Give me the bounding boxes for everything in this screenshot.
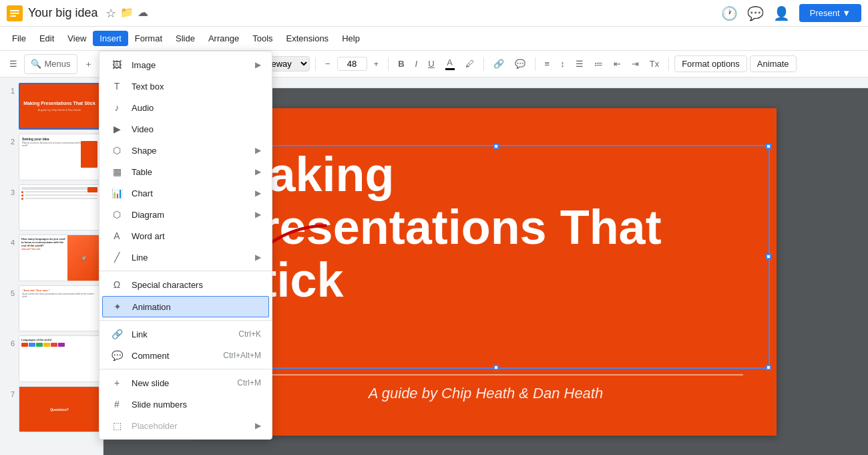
- menu-item-image[interactable]: 🖼 Image ▶: [99, 54, 272, 75]
- italic-button[interactable]: I: [411, 54, 422, 74]
- toolbar-search[interactable]: 🔍 Menus: [24, 54, 77, 74]
- menu-item-audio[interactable]: ♪ Audio: [99, 97, 272, 118]
- slide-thumb-2[interactable]: 2 Setting your idea Platform connect to …: [3, 134, 100, 180]
- menu-item-table[interactable]: ▦ Table ▶: [99, 161, 272, 182]
- align-button[interactable]: ≡: [541, 54, 554, 74]
- menu-file[interactable]: File: [5, 31, 33, 46]
- font-decrease[interactable]: −: [321, 54, 335, 74]
- menu-arrange[interactable]: Arrange: [202, 31, 246, 46]
- menu-item-comment[interactable]: 💬 Comment Ctrl+Alt+M: [99, 345, 272, 366]
- slide-thumb-7[interactable]: 7 Questions?: [3, 386, 100, 433]
- menu-edit[interactable]: Edit: [33, 31, 61, 46]
- menu-item-new-slide[interactable]: + New slide Ctrl+M: [99, 372, 272, 394]
- slide-number-6: 6: [3, 339, 15, 347]
- menu-divider-1: [99, 271, 272, 271]
- slide-thumb-4[interactable]: 4 How many languages do you need to know…: [3, 235, 100, 281]
- bullet-list-button[interactable]: ☰: [572, 54, 588, 74]
- link-button[interactable]: 🔗: [489, 54, 508, 74]
- font-increase[interactable]: +: [370, 54, 383, 74]
- underline-button[interactable]: U: [424, 54, 438, 74]
- chat-icon[interactable]: 💬: [747, 5, 764, 21]
- app-logo: [7, 5, 23, 21]
- slide-thumb-1[interactable]: 1 Making Presentations That Stick A guid…: [3, 83, 100, 130]
- menu-tools[interactable]: Tools: [246, 31, 279, 46]
- cloud-icon[interactable]: ☁: [138, 6, 148, 21]
- history-icon[interactable]: 🕐: [721, 5, 738, 21]
- handle-middle-right[interactable]: [766, 254, 771, 259]
- link-menu-icon: 🔗: [110, 327, 124, 341]
- star-icon[interactable]: ☆: [105, 6, 116, 21]
- menu-item-animation[interactable]: ✦ Animation: [102, 296, 269, 317]
- menu-insert[interactable]: Insert: [93, 31, 128, 46]
- slide-thumb-3[interactable]: 3: [3, 184, 100, 231]
- font-size-input[interactable]: [337, 57, 367, 71]
- menu-item-audio-label: Audio: [132, 103, 261, 113]
- title-bar-right: 🕐 💬 👤 Present ▼: [721, 4, 861, 22]
- slide-canvas[interactable]: Making Presentations That Stick A guide …: [196, 108, 777, 436]
- menu-item-wordart[interactable]: A Word art: [99, 225, 272, 247]
- textbox-icon: T: [110, 80, 124, 93]
- menu-item-diagram[interactable]: ⬡ Diagram ▶: [99, 204, 272, 225]
- folder-icon[interactable]: 📁: [120, 6, 134, 21]
- clear-formatting-button[interactable]: Tx: [646, 54, 663, 74]
- slide-preview-3[interactable]: [19, 184, 100, 231]
- menu-item-comment-label: Comment: [132, 351, 215, 361]
- slide-thumb-5[interactable]: 5 "Just one! Your own." Quote content he…: [3, 285, 100, 332]
- line-menu-icon: ╱: [110, 251, 124, 264]
- menu-help[interactable]: Help: [335, 31, 367, 46]
- slide-preview-7[interactable]: Questions?: [19, 386, 100, 433]
- menus-label: Menus: [44, 59, 70, 69]
- image-icon: 🖼: [110, 58, 124, 71]
- present-button[interactable]: Present ▼: [799, 4, 861, 22]
- slide-preview-2[interactable]: Setting your idea Platform connect to De…: [19, 134, 100, 180]
- comment-shortcut: Ctrl+Alt+M: [223, 351, 261, 360]
- menu-extensions[interactable]: Extensions: [280, 31, 336, 46]
- slides-panel: 1 Making Presentations That Stick A guid…: [0, 78, 103, 455]
- menu-format[interactable]: Format: [128, 31, 169, 46]
- highlight-button[interactable]: 🖊: [461, 54, 478, 74]
- slide-preview-4[interactable]: How many languages do you need to know t…: [19, 235, 100, 281]
- menu-divider-3: [99, 369, 272, 369]
- slide-number-7: 7: [3, 390, 15, 398]
- table-icon: ▦: [110, 165, 124, 178]
- text-color-button[interactable]: A: [441, 54, 459, 74]
- placeholder-icon: ⬚: [110, 419, 124, 432]
- bold-button[interactable]: B: [394, 54, 408, 74]
- menu-item-line[interactable]: ╱ Line ▶: [99, 247, 272, 268]
- handle-top-right[interactable]: [766, 144, 771, 149]
- search-icon: 🔍: [31, 59, 41, 69]
- slide-number-2: 2: [3, 138, 15, 146]
- handle-bottom-right[interactable]: [766, 365, 771, 370]
- indent-less-button[interactable]: ⇤: [610, 54, 625, 74]
- menu-item-slide-numbers[interactable]: # Slide numbers: [99, 394, 272, 415]
- line-spacing-button[interactable]: ↕: [556, 54, 569, 74]
- menu-slide[interactable]: Slide: [169, 31, 202, 46]
- menu-item-special-chars[interactable]: Ω Special characters: [99, 274, 272, 295]
- slide-preview-1[interactable]: Making Presentations That Stick A guide …: [19, 83, 100, 130]
- document-title[interactable]: Your big idea: [28, 6, 97, 20]
- numbered-list-button[interactable]: ≔: [590, 54, 607, 74]
- image-submenu-arrow: ▶: [255, 60, 261, 69]
- slide-title[interactable]: Making Presentations That Stick: [229, 148, 763, 307]
- add-comment-button[interactable]: 💬: [511, 54, 529, 74]
- handle-bottom-center[interactable]: [493, 365, 499, 370]
- menu-item-video[interactable]: ▶ Video: [99, 118, 272, 140]
- slide-thumb-6[interactable]: 6 Languages of the world: [3, 335, 100, 382]
- slide-preview-5[interactable]: "Just one! Your own." Quote content here…: [19, 285, 100, 332]
- menu-item-chart[interactable]: 📊 Chart ▶: [99, 182, 272, 204]
- indent-more-button[interactable]: ⇥: [628, 54, 643, 74]
- menu-item-link[interactable]: 🔗 Link Ctrl+K: [99, 323, 272, 345]
- menu-item-wordart-label: Word art: [132, 231, 261, 241]
- menu-item-link-label: Link: [132, 329, 230, 339]
- slide-preview-6[interactable]: Languages of the world: [19, 335, 100, 382]
- toolbar-add[interactable]: ＋: [80, 54, 97, 74]
- menu-item-textbox[interactable]: T Text box: [99, 75, 272, 97]
- menu-item-shape[interactable]: ⬡ Shape ▶: [99, 140, 272, 161]
- animate-button[interactable]: Animate: [750, 55, 797, 72]
- slide-number-4: 4: [3, 239, 15, 247]
- account-icon[interactable]: 👤: [773, 5, 790, 21]
- toolbar-menu-icon[interactable]: ☰: [5, 54, 21, 74]
- menu-view[interactable]: View: [61, 31, 93, 46]
- menu-item-line-label: Line: [132, 253, 247, 263]
- format-options-button[interactable]: Format options: [674, 55, 747, 72]
